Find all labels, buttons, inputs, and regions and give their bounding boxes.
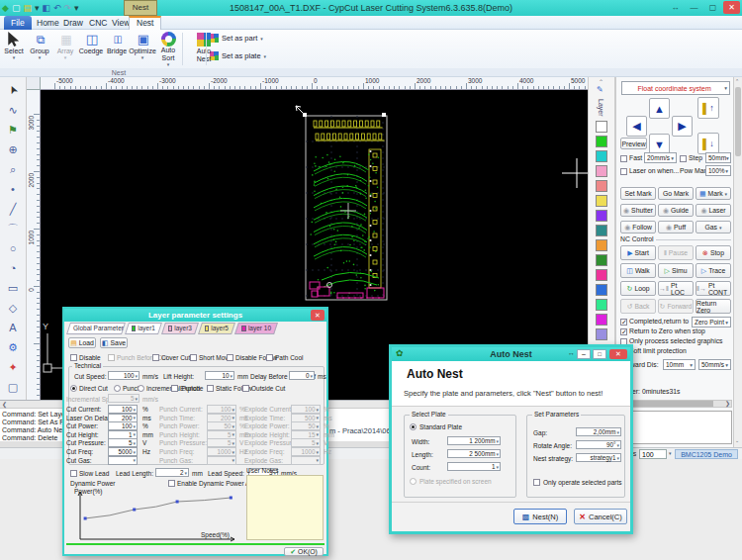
preview-button[interactable]: Preview (620, 138, 647, 149)
walk-button[interactable]: ◫Walk (620, 263, 656, 278)
step-select[interactable]: 50mm▾ (705, 152, 731, 163)
maximize-icon[interactable]: □ (593, 349, 606, 359)
fast-checkbox[interactable] (620, 155, 627, 162)
cancel-button[interactable]: ✕ Cancel(C) (574, 509, 627, 524)
coordinate-system-select[interactable]: Float coordinate system▾ (621, 81, 730, 95)
trace-button[interactable]: ▷Trace (696, 263, 731, 278)
length-input[interactable]: 2 500mm▾ (447, 449, 501, 458)
scroll-up-icon[interactable]: ⌃ (599, 78, 603, 85)
tab-file[interactable]: File (4, 16, 32, 30)
bridge-button[interactable]: ▯▯Bridge (104, 31, 130, 67)
mode-explode[interactable] (171, 385, 178, 392)
laser-on-checkbox[interactable] (620, 168, 627, 175)
mode-outside-cut[interactable] (242, 385, 249, 392)
close-icon[interactable]: ✕ (609, 349, 627, 359)
cut-speed-input[interactable]: 100▾ (108, 371, 139, 380)
layer-color-swatch[interactable] (596, 195, 607, 207)
layer-color-swatch[interactable] (596, 165, 607, 177)
layer-color-swatch[interactable] (596, 269, 607, 281)
rotate-angle-input[interactable]: 90°▾ (576, 440, 621, 449)
gap-input[interactable]: 2,00mm▾ (576, 427, 621, 436)
layer-color-swatch[interactable] (596, 284, 607, 296)
layer-color-swatch[interactable] (596, 254, 607, 266)
pie-tool[interactable]: ◔ (2, 259, 24, 277)
rectangle-tool[interactable]: ▭ (2, 279, 24, 297)
scroll-thumb[interactable] (735, 87, 741, 156)
nest-button[interactable]: ▩ Nest(N) (513, 509, 567, 524)
forward-speed-select[interactable]: 50mm/s▾ (698, 359, 731, 370)
check-cover-cut[interactable] (152, 354, 159, 361)
mode-incremental-punch[interactable] (138, 385, 144, 392)
simu-button[interactable]: ▷Simu (658, 263, 694, 278)
optimize-button[interactable]: ▣Optimize▾ (130, 31, 155, 67)
loop-button[interactable]: ↻Loop (620, 281, 656, 296)
gear-tool[interactable]: ⚙ (2, 338, 24, 356)
lead-length-input[interactable]: 2▾ (155, 468, 189, 477)
load-button[interactable]: ▤Load (68, 337, 96, 348)
layer-color-swatch[interactable] (596, 180, 607, 192)
mode-punch[interactable] (114, 385, 121, 392)
scroll-up-icon[interactable]: ⌃ (735, 78, 739, 84)
shutter-button[interactable]: ◉Shutter (620, 204, 656, 217)
layer-color-swatch[interactable] (596, 210, 607, 222)
chevron-down-icon[interactable]: ▾ (669, 450, 672, 456)
rounded-rect-tool[interactable]: ▢ (2, 378, 24, 396)
width-input[interactable]: 1 200mm▾ (447, 436, 501, 445)
puff-button[interactable]: ◉Puff (658, 221, 694, 233)
head-down-button[interactable]: ▌↓ (697, 133, 719, 154)
stop-button[interactable]: ⊗Stop (696, 245, 731, 260)
scroll-left-icon[interactable]: ❮ (2, 401, 7, 408)
option-checkbox-1[interactable]: ✓ (620, 328, 627, 335)
check-short-move[interactable] (190, 354, 197, 361)
coedge-button[interactable]: ◫Coedge (78, 31, 104, 67)
enable-dynamic-checkbox[interactable] (168, 480, 175, 487)
layer-color-swatch[interactable] (596, 299, 607, 311)
forward-dis-select[interactable]: 10mm▾ (663, 359, 696, 370)
guide-button[interactable]: ◉Guide (658, 204, 694, 217)
arc-tool[interactable]: ⌒ (2, 220, 24, 237)
user-notes-box[interactable] (246, 475, 324, 540)
mode-static-follow[interactable] (207, 385, 214, 392)
count-input[interactable]: 1▾ (447, 462, 501, 471)
check-disable[interactable] (70, 354, 77, 361)
check-disable-follow[interactable] (227, 354, 233, 361)
scroll-down-icon[interactable]: ⌄ (735, 437, 739, 443)
maximize-icon[interactable]: ▢ (704, 1, 721, 14)
set-mark-button[interactable]: Set Mark (620, 187, 656, 200)
start-button[interactable]: ▶Start (620, 245, 656, 260)
check-path-cool[interactable] (266, 354, 273, 361)
point-tool[interactable]: • (2, 180, 24, 198)
zoom-tool[interactable]: ⌕ (2, 160, 24, 178)
mode-direct-cut[interactable] (70, 385, 77, 392)
layer-color-swatch[interactable] (596, 225, 607, 236)
tab-nest[interactable]: Nest (129, 16, 161, 30)
head-up-button[interactable]: ▌↑ (697, 97, 719, 119)
layer-color-swatch[interactable] (596, 150, 607, 162)
select-tool[interactable]: ➤ (0, 76, 26, 104)
ok-button[interactable]: ✔OK(O) (284, 547, 324, 556)
only-selected-checkbox[interactable] (533, 479, 540, 486)
gas-button[interactable]: Gas▾ (696, 221, 731, 233)
standard-plate-radio[interactable] (410, 423, 417, 430)
group-button[interactable]: ⧉Group▾ (27, 31, 52, 67)
select-button[interactable]: Select▾ (1, 31, 27, 67)
flag-tool[interactable]: ⚑ (2, 121, 24, 139)
step-checkbox[interactable] (680, 155, 687, 162)
line-tool[interactable]: ╱ (2, 200, 24, 218)
fast-speed-select[interactable]: 20mm/s▾ (644, 152, 677, 163)
layer-color-swatch[interactable] (596, 328, 607, 340)
layer-color-swatch[interactable] (596, 136, 607, 147)
circle-tool[interactable]: ○ (2, 239, 24, 257)
auto-nest-button[interactable]: AutoNest (189, 31, 219, 67)
return-zero-button[interactable]: Return Zero (696, 299, 731, 314)
text-tool[interactable]: A (2, 319, 24, 336)
layer-color-swatch[interactable] (596, 239, 607, 251)
minimize-icon[interactable]: — (686, 1, 702, 14)
jog-up-button[interactable]: ▲ (649, 98, 670, 119)
pan-tool[interactable]: ⊕ (2, 140, 24, 158)
pt-loc-button[interactable]: →‖Pt LOC (658, 281, 694, 296)
minimize-icon[interactable]: – (577, 349, 591, 359)
follow-button[interactable]: ◉Follow (620, 221, 656, 233)
close-icon[interactable]: ✕ (723, 1, 740, 14)
auto-sort-button[interactable]: Auto Sort▾ (155, 31, 181, 67)
